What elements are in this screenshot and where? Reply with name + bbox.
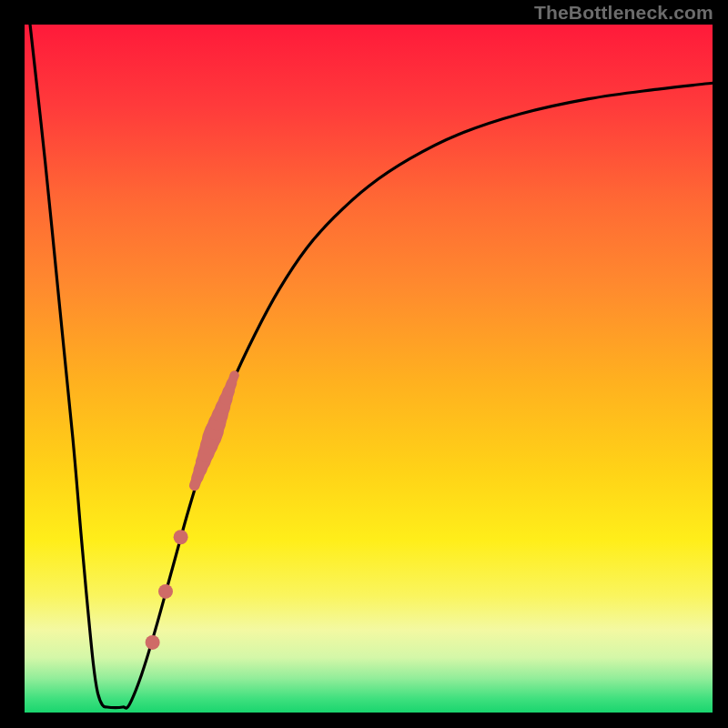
chart-frame: TheBottleneck.com <box>0 0 728 728</box>
gradient-plot-background <box>25 25 713 713</box>
watermark-text: TheBottleneck.com <box>534 2 713 24</box>
